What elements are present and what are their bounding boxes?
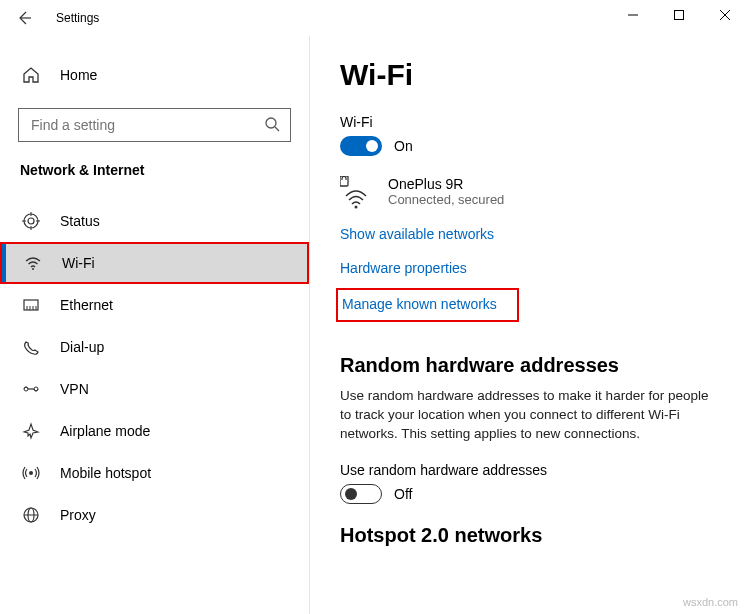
wifi-toggle[interactable] — [340, 136, 382, 156]
search-input[interactable] — [29, 116, 264, 134]
nav-label: Dial-up — [60, 339, 104, 355]
random-hw-toggle-row: Off — [340, 484, 718, 504]
nav-label: Airplane mode — [60, 423, 150, 439]
current-network[interactable]: OnePlus 9R Connected, secured — [340, 176, 718, 212]
random-hw-toggle[interactable] — [340, 484, 382, 504]
link-hardware-properties[interactable]: Hardware properties — [340, 260, 718, 276]
nav-label: Proxy — [60, 507, 96, 523]
nav-label: Wi-Fi — [62, 255, 95, 271]
nav-item-status[interactable]: Status — [0, 200, 309, 242]
sidebar: Home Network & Internet Status Wi-Fi Eth… — [0, 36, 310, 614]
wifi-toggle-row: On — [340, 136, 718, 156]
home-nav[interactable]: Home — [0, 54, 309, 96]
svg-rect-25 — [340, 176, 348, 186]
window-title: Settings — [56, 11, 99, 25]
nav-item-dialup[interactable]: Dial-up — [0, 326, 309, 368]
proxy-icon — [20, 504, 42, 526]
nav-item-hotspot[interactable]: Mobile hotspot — [0, 452, 309, 494]
network-status: Connected, secured — [388, 192, 504, 207]
home-icon — [20, 64, 42, 86]
main-panel: Wi-Fi Wi-Fi On OnePlus 9R Connected, sec… — [310, 36, 748, 614]
network-name: OnePlus 9R — [388, 176, 504, 192]
svg-point-26 — [355, 206, 358, 209]
nav-item-ethernet[interactable]: Ethernet — [0, 284, 309, 326]
status-icon — [20, 210, 42, 232]
svg-point-6 — [24, 214, 38, 228]
nav-item-vpn[interactable]: VPN — [0, 368, 309, 410]
minimize-button[interactable] — [610, 0, 656, 30]
arrow-left-icon — [16, 10, 32, 26]
back-button[interactable] — [10, 4, 38, 32]
dialup-icon — [20, 336, 42, 358]
svg-rect-1 — [675, 11, 684, 20]
random-hw-toggle-state: Off — [394, 486, 412, 502]
svg-point-7 — [28, 218, 34, 224]
hotspot-icon — [20, 462, 42, 484]
wifi-toggle-state: On — [394, 138, 413, 154]
maximize-button[interactable] — [656, 0, 702, 30]
svg-point-12 — [32, 268, 34, 270]
section-title: Network & Internet — [0, 156, 309, 192]
random-hw-heading: Random hardware addresses — [340, 354, 718, 377]
link-show-available[interactable]: Show available networks — [340, 226, 718, 242]
hotspot-heading: Hotspot 2.0 networks — [340, 524, 718, 547]
svg-point-21 — [29, 471, 33, 475]
svg-line-5 — [275, 127, 279, 131]
airplane-icon — [20, 420, 42, 442]
window-controls — [610, 0, 748, 30]
nav-label: Mobile hotspot — [60, 465, 151, 481]
random-hw-body: Use random hardware addresses to make it… — [340, 387, 718, 444]
ethernet-icon — [20, 294, 42, 316]
search-box[interactable] — [18, 108, 291, 142]
watermark: wsxdn.com — [683, 596, 738, 608]
link-manage-known-networks[interactable]: Manage known networks — [336, 288, 519, 322]
nav-label: Status — [60, 213, 100, 229]
close-button[interactable] — [702, 0, 748, 30]
nav-list: Status Wi-Fi Ethernet Dial-up VPN Airpla… — [0, 200, 309, 536]
nav-item-proxy[interactable]: Proxy — [0, 494, 309, 536]
secured-wifi-icon — [340, 176, 372, 212]
nav-item-wifi[interactable]: Wi-Fi — [0, 242, 309, 284]
page-heading: Wi-Fi — [340, 58, 718, 92]
wifi-label: Wi-Fi — [340, 114, 718, 130]
wifi-icon — [22, 252, 44, 274]
svg-point-4 — [266, 118, 276, 128]
random-hw-toggle-label: Use random hardware addresses — [340, 462, 718, 478]
vpn-icon — [20, 378, 42, 400]
search-icon — [264, 116, 280, 135]
nav-label: VPN — [60, 381, 89, 397]
home-label: Home — [60, 67, 97, 83]
nav-label: Ethernet — [60, 297, 113, 313]
nav-item-airplane[interactable]: Airplane mode — [0, 410, 309, 452]
